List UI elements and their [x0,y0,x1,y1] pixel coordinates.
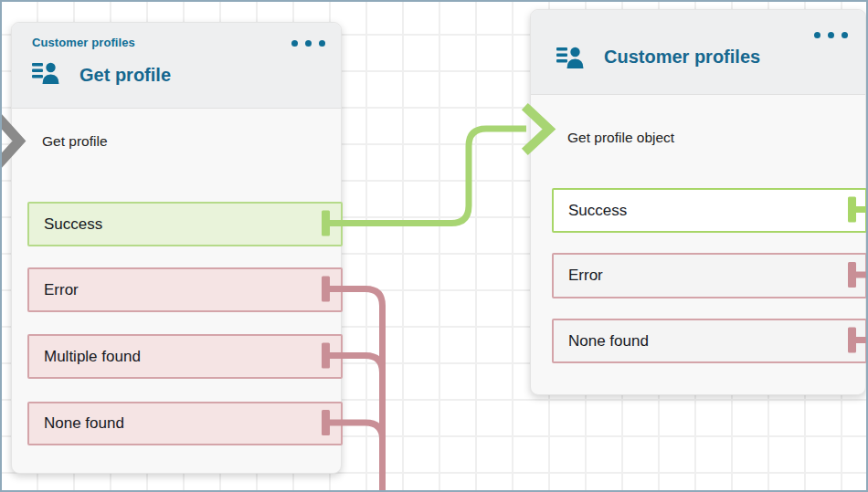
output-label: Multiple found [44,348,141,366]
node-get-profile[interactable]: Customer profiles Get profile Get profil… [11,22,342,474]
ellipsis-icon[interactable] [291,40,325,47]
flow-canvas[interactable]: Customer profiles Get profile Get profil… [0,0,868,492]
output-label: Error [44,281,79,299]
output-multiple-found[interactable]: Multiple found [27,334,343,379]
output-label: Error [568,267,603,285]
output-label: Success [568,202,627,220]
output-error[interactable]: Error [552,253,867,298]
output-label: None found [568,332,649,351]
customer-profiles-icon [556,45,585,74]
output-error[interactable]: Error [27,267,343,312]
node-title: Customer profiles [604,47,760,68]
wire-success [325,129,526,224]
output-label: Success [44,215,102,234]
node-customer-profiles[interactable]: Customer profiles Get profile object Suc… [530,9,866,395]
step-label: Get profile [42,133,108,150]
node-header: Customer profiles [531,10,865,95]
output-label: None found [44,414,124,433]
output-success[interactable]: Success [27,202,343,246]
node-header: Customer profiles Get profile [12,23,341,109]
ellipsis-icon[interactable] [814,32,848,38]
output-success[interactable]: Success [552,188,867,233]
step-label: Get profile object [567,130,674,146]
customer-profiles-icon [31,60,60,89]
node-title: Get profile [79,65,171,86]
node-category-label: Customer profiles [32,36,135,49]
output-none-found[interactable]: None found [27,402,343,445]
output-none-found[interactable]: None found [552,319,867,363]
